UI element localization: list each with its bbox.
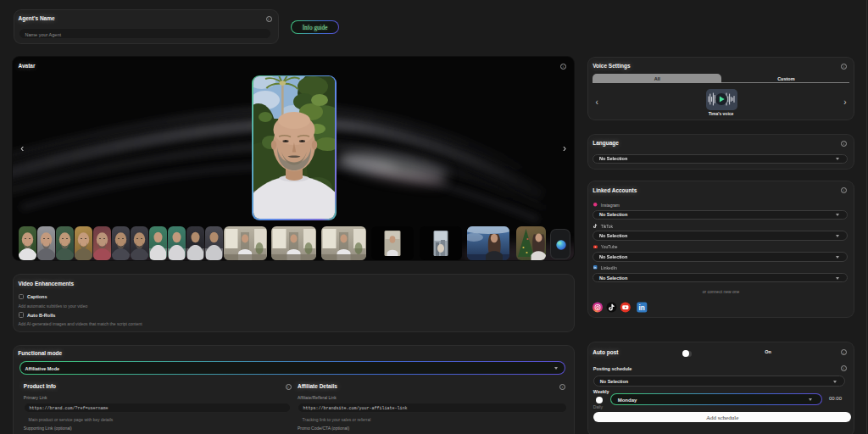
svg-text:in: in — [638, 304, 644, 312]
svg-text:in: in — [594, 266, 597, 270]
